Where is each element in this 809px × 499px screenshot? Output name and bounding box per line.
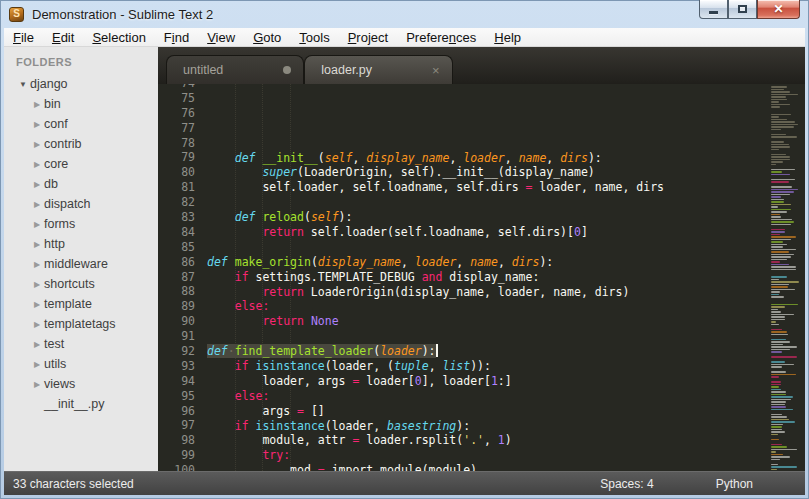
collapsed-triangle-icon[interactable]: ▶ bbox=[30, 280, 44, 289]
menu-view[interactable]: View bbox=[198, 29, 244, 46]
sidebar-item-init.py[interactable]: __init__.py bbox=[4, 394, 158, 414]
line-number[interactable]: 79 bbox=[158, 150, 195, 165]
line-number[interactable]: 74 bbox=[158, 84, 195, 91]
line-number[interactable]: 92 bbox=[158, 344, 195, 359]
code-line-75[interactable]: super(LoaderOrigin, self).__init__(displ… bbox=[207, 165, 805, 180]
line-number[interactable]: 100 bbox=[158, 463, 195, 471]
line-number[interactable]: 84 bbox=[158, 225, 195, 240]
menu-selection[interactable]: Selection bbox=[83, 29, 154, 46]
sidebar-item-views[interactable]: ▶views bbox=[4, 374, 158, 394]
line-number[interactable]: 86 bbox=[158, 255, 195, 270]
code-line-79[interactable]: return self.loader(self.loadname, self.d… bbox=[207, 225, 805, 240]
line-number[interactable]: 82 bbox=[158, 195, 195, 210]
code-line-94[interactable]: try: bbox=[207, 448, 805, 463]
code-line-93[interactable]: module, attr = loader.rsplit('.', 1) bbox=[207, 433, 805, 448]
collapsed-triangle-icon[interactable]: ▶ bbox=[30, 200, 44, 209]
line-number[interactable]: 78 bbox=[158, 136, 195, 151]
sidebar-item-core[interactable]: ▶core bbox=[4, 154, 158, 174]
menu-goto[interactable]: Goto bbox=[244, 29, 290, 46]
code-line-88[interactable]: if isinstance(loader, (tuple, list)): bbox=[207, 359, 805, 374]
sidebar-item-contrib[interactable]: ▶contrib bbox=[4, 134, 158, 154]
line-number[interactable]: 76 bbox=[158, 106, 195, 121]
line-number[interactable]: 81 bbox=[158, 180, 195, 195]
collapsed-triangle-icon[interactable]: ▶ bbox=[30, 140, 44, 149]
collapsed-triangle-icon[interactable]: ▶ bbox=[30, 220, 44, 229]
line-number[interactable]: 87 bbox=[158, 270, 195, 285]
collapsed-triangle-icon[interactable]: ▶ bbox=[30, 240, 44, 249]
code-line-74[interactable]: def __init__(self, display_name, loader,… bbox=[207, 151, 805, 166]
tab-untitled[interactable]: untitled bbox=[166, 55, 304, 84]
code-line-81[interactable]: def make_origin(display_name, loader, na… bbox=[207, 255, 805, 270]
code-line-91[interactable]: args = [] bbox=[207, 404, 805, 419]
collapsed-triangle-icon[interactable]: ▶ bbox=[30, 160, 44, 169]
minimap[interactable] bbox=[769, 84, 805, 471]
collapsed-triangle-icon[interactable]: ▶ bbox=[30, 340, 44, 349]
collapsed-triangle-icon[interactable]: ▶ bbox=[30, 380, 44, 389]
line-number[interactable]: 91 bbox=[158, 329, 195, 344]
line-number[interactable]: 85 bbox=[158, 240, 195, 255]
collapsed-triangle-icon[interactable]: ▶ bbox=[30, 300, 44, 309]
collapsed-triangle-icon[interactable]: ▶ bbox=[30, 100, 44, 109]
code-line-87[interactable]: def·find_template_loader(loader): bbox=[207, 344, 805, 359]
line-number[interactable]: 88 bbox=[158, 284, 195, 299]
line-number[interactable]: 94 bbox=[158, 374, 195, 389]
line-number[interactable]: 77 bbox=[158, 121, 195, 136]
code-line-83[interactable]: return LoaderOrigin(display_name, loader… bbox=[207, 285, 805, 300]
sidebar-item-templatetags[interactable]: ▶templatetags bbox=[4, 314, 158, 334]
sidebar-item-forms[interactable]: ▶forms bbox=[4, 214, 158, 234]
code-line-76[interactable]: self.loader, self.loadname, self.dirs = … bbox=[207, 180, 805, 195]
line-number[interactable]: 80 bbox=[158, 165, 195, 180]
code-line-86[interactable] bbox=[207, 329, 805, 344]
menu-tools[interactable]: Tools bbox=[290, 29, 338, 46]
sidebar-item-dispatch[interactable]: ▶dispatch bbox=[4, 194, 158, 214]
code-line-84[interactable]: else: bbox=[207, 299, 805, 314]
menu-preferences[interactable]: Preferences bbox=[397, 29, 485, 46]
line-number[interactable]: 93 bbox=[158, 359, 195, 374]
tab-close-icon[interactable]: × bbox=[432, 64, 440, 77]
syntax-mode[interactable]: Python bbox=[716, 477, 753, 491]
sidebar-item-db[interactable]: ▶db bbox=[4, 174, 158, 194]
sidebar-item-bin[interactable]: ▶bin bbox=[4, 94, 158, 114]
code-line-80[interactable] bbox=[207, 240, 805, 255]
line-number[interactable]: 83 bbox=[158, 210, 195, 225]
close-button[interactable]: ✕ bbox=[757, 0, 800, 19]
menu-find[interactable]: Find bbox=[155, 29, 198, 46]
line-number[interactable]: 97 bbox=[158, 418, 195, 433]
collapsed-triangle-icon[interactable]: ▶ bbox=[30, 120, 44, 129]
line-number[interactable]: 98 bbox=[158, 433, 195, 448]
code-line-95[interactable]: mod = import_module(module) bbox=[207, 463, 805, 471]
indent-setting[interactable]: Spaces: 4 bbox=[600, 477, 653, 491]
sidebar-item-django[interactable]: ▼django bbox=[4, 74, 158, 94]
line-number[interactable]: 90 bbox=[158, 314, 195, 329]
line-number[interactable]: 99 bbox=[158, 448, 195, 463]
line-number[interactable]: 96 bbox=[158, 404, 195, 419]
code-area[interactable]: 7475767778798081828384858687888990919293… bbox=[158, 84, 805, 471]
code-text[interactable]: def __init__(self, display_name, loader,… bbox=[207, 84, 805, 471]
sidebar-item-test[interactable]: ▶test bbox=[4, 334, 158, 354]
menu-help[interactable]: Help bbox=[485, 29, 530, 46]
tab-loader-py[interactable]: loader.py× bbox=[304, 55, 452, 84]
code-line-77[interactable] bbox=[207, 195, 805, 210]
line-number[interactable]: 95 bbox=[158, 389, 195, 404]
restore-button[interactable] bbox=[728, 0, 757, 19]
code-line-78[interactable]: def reload(self): bbox=[207, 210, 805, 225]
menu-edit[interactable]: Edit bbox=[43, 29, 83, 46]
sidebar-item-http[interactable]: ▶http bbox=[4, 234, 158, 254]
expanded-triangle-icon[interactable]: ▼ bbox=[16, 80, 30, 89]
code-line-89[interactable]: loader, args = loader[0], loader[1:] bbox=[207, 374, 805, 389]
sidebar-item-utils[interactable]: ▶utils bbox=[4, 354, 158, 374]
menu-project[interactable]: Project bbox=[339, 29, 397, 46]
minimize-button[interactable] bbox=[699, 0, 728, 19]
sidebar-item-conf[interactable]: ▶conf bbox=[4, 114, 158, 134]
collapsed-triangle-icon[interactable]: ▶ bbox=[30, 260, 44, 269]
line-number[interactable]: 75 bbox=[158, 91, 195, 106]
line-number[interactable]: 89 bbox=[158, 299, 195, 314]
sidebar-item-middleware[interactable]: ▶middleware bbox=[4, 254, 158, 274]
sidebar-item-template[interactable]: ▶template bbox=[4, 294, 158, 314]
menu-file[interactable]: File bbox=[4, 29, 43, 46]
sidebar-item-shortcuts[interactable]: ▶shortcuts bbox=[4, 274, 158, 294]
collapsed-triangle-icon[interactable]: ▶ bbox=[30, 180, 44, 189]
collapsed-triangle-icon[interactable]: ▶ bbox=[30, 360, 44, 369]
collapsed-triangle-icon[interactable]: ▶ bbox=[30, 320, 44, 329]
code-line-92[interactable]: if isinstance(loader, basestring): bbox=[207, 419, 805, 434]
